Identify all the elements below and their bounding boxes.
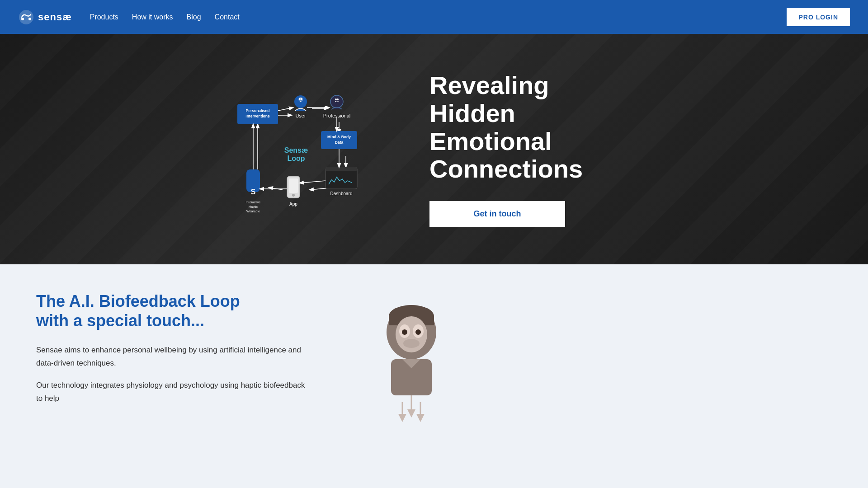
nav-link-blog[interactable]: Blog bbox=[187, 13, 201, 21]
svg-point-2 bbox=[28, 18, 31, 20]
svg-text:Interactive: Interactive bbox=[246, 201, 260, 204]
lower-title: The A.I. Biofeedback Loopwith a special … bbox=[36, 291, 307, 330]
hero-section: Personalised Interventions User Professi… bbox=[0, 34, 868, 264]
nav-item-how-it-works[interactable]: How it works bbox=[132, 13, 173, 21]
svg-point-1 bbox=[21, 18, 24, 20]
robot-illustration bbox=[353, 291, 470, 436]
nav-item-blog[interactable]: Blog bbox=[187, 13, 201, 21]
nav-item-contact[interactable]: Contact bbox=[215, 13, 240, 21]
nav-link-how-it-works[interactable]: How it works bbox=[132, 13, 173, 21]
nav-left: sensæ Products How it works Blog Contact bbox=[18, 9, 240, 25]
svg-point-45 bbox=[402, 329, 407, 335]
svg-point-46 bbox=[415, 329, 421, 335]
lower-text: The A.I. Biofeedback Loopwith a special … bbox=[36, 291, 307, 414]
svg-text:Personalised: Personalised bbox=[246, 108, 270, 113]
svg-rect-33 bbox=[326, 167, 357, 171]
svg-text:App: App bbox=[289, 202, 297, 206]
svg-text:Interventions: Interventions bbox=[245, 114, 270, 118]
svg-text:Data: Data bbox=[335, 140, 344, 145]
svg-text:User: User bbox=[295, 113, 306, 118]
diagram-container: Personalised Interventions User Professi… bbox=[212, 72, 393, 226]
svg-point-37 bbox=[292, 194, 295, 197]
hero-content: Personalised Interventions User Professi… bbox=[163, 71, 705, 226]
svg-point-19 bbox=[335, 99, 337, 100]
svg-rect-36 bbox=[289, 178, 298, 193]
svg-point-16 bbox=[301, 98, 302, 100]
hero-title-line1: Revealing bbox=[429, 71, 549, 99]
svg-text:Dashboard: Dashboard bbox=[330, 191, 353, 196]
svg-point-47 bbox=[403, 339, 420, 348]
hero-title: Revealing Hidden Emotional Connections bbox=[429, 71, 656, 183]
nav-link-products[interactable]: Products bbox=[90, 13, 118, 21]
hero-title-line4: Connections bbox=[429, 155, 583, 183]
svg-text:S: S bbox=[251, 188, 256, 196]
lower-section: The A.I. Biofeedback Loopwith a special … bbox=[0, 264, 868, 488]
logo-text: sensæ bbox=[38, 11, 72, 23]
svg-text:Sensæ: Sensæ bbox=[284, 146, 308, 154]
svg-text:Mind & Body: Mind & Body bbox=[327, 135, 351, 139]
lower-illustration bbox=[344, 291, 479, 436]
hero-title-line2: Hidden bbox=[429, 99, 515, 127]
logo-icon bbox=[18, 9, 34, 25]
logo[interactable]: sensæ bbox=[18, 9, 72, 25]
svg-text:Wearable: Wearable bbox=[246, 210, 260, 213]
svg-text:Haptic: Haptic bbox=[249, 205, 258, 209]
nav-item-products[interactable]: Products bbox=[90, 13, 118, 21]
get-in-touch-button[interactable]: Get in touch bbox=[429, 201, 565, 227]
pro-login-button[interactable]: PRO LOGIN bbox=[787, 8, 850, 26]
svg-point-20 bbox=[337, 99, 339, 100]
svg-point-15 bbox=[299, 98, 301, 100]
lower-para-1: Sensae aims to enhance personal wellbein… bbox=[36, 344, 307, 370]
hero-title-line3: Emotional bbox=[429, 127, 552, 155]
svg-text:Loop: Loop bbox=[287, 155, 305, 162]
nav-links: Products How it works Blog Contact bbox=[90, 13, 240, 21]
hero-text: Revealing Hidden Emotional Connections G… bbox=[429, 71, 656, 226]
lower-para-2: Our technology integrates physiology and… bbox=[36, 379, 307, 405]
nav-link-contact[interactable]: Contact bbox=[215, 13, 240, 21]
navbar: sensæ Products How it works Blog Contact… bbox=[0, 0, 868, 34]
sensae-loop-diagram: Personalised Interventions User Professi… bbox=[212, 72, 393, 226]
